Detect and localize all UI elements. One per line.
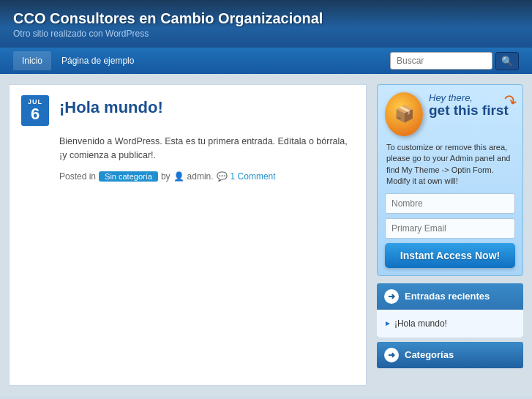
widget-arrow-icon-cat: ➜ [384, 348, 399, 362]
optin-widget: 📦 Hey there, get this first ↷ To customi… [377, 84, 523, 276]
comment-icon: 💬 [217, 171, 228, 182]
optin-email-input[interactable] [385, 218, 515, 239]
search-input[interactable] [390, 52, 492, 70]
site-title: CCO Consultores en Cambio Organizacional [13, 10, 519, 27]
site-header: CCO Consultores en Cambio Organizacional… [0, 0, 532, 48]
search-area: 🔍 [390, 52, 519, 70]
nav-item-pagina[interactable]: Página de ejemplo [53, 51, 143, 70]
list-item: ► ¡Hola mundo! [384, 316, 516, 332]
optin-name-input[interactable] [385, 193, 515, 214]
optin-submit-button[interactable]: Instant Access Now! [385, 243, 515, 268]
widget-body-recent: ► ¡Hola mundo! [377, 310, 523, 338]
meta-by: by [161, 171, 171, 182]
sidebar-widget-recent-posts: ➜ Entradas recientes ► ¡Hola mundo! [377, 283, 523, 338]
content-area: JUL 6 ¡Hola mundo! Bienvenido a WordPres… [9, 84, 367, 386]
sidebar-widget-categories: ➜ Categorías [377, 342, 523, 368]
bullet-icon: ► [384, 319, 391, 327]
optin-top: 📦 Hey there, get this first ↷ [385, 92, 515, 136]
post-header: JUL 6 ¡Hola mundo! [10, 85, 366, 126]
main-wrapper: JUL 6 ¡Hola mundo! Bienvenido a WordPres… [0, 74, 532, 396]
post-date-day: 6 [27, 105, 43, 123]
optin-description: To customize or remove this area, please… [385, 142, 515, 187]
site-subtitle: Otro sitio realizado con WordPress [13, 29, 519, 39]
sidebar: 📦 Hey there, get this first ↷ To customi… [377, 84, 523, 386]
post-title: ¡Hola mundo! [59, 98, 163, 117]
widget-title-bar-recent: ➜ Entradas recientes [377, 283, 523, 310]
widget-title-categories: Categorías [405, 349, 454, 360]
search-button[interactable]: 🔍 [495, 52, 519, 70]
post-date-box: JUL 6 [21, 95, 49, 126]
comment-link[interactable]: 1 Comment [231, 171, 276, 182]
nav-links: Inicio Página de ejemplo [13, 51, 143, 70]
meta-prefix: Posted in [59, 171, 96, 182]
nav-item-inicio[interactable]: Inicio [13, 51, 51, 70]
widget-title-recent: Entradas recientes [405, 291, 490, 302]
widget-arrow-icon: ➜ [384, 289, 399, 304]
recent-post-link[interactable]: ¡Hola mundo! [394, 318, 447, 329]
post-meta: Posted in Sin categoría by 👤 admin. 💬 1 … [10, 168, 366, 193]
widget-title-bar-categories: ➜ Categorías [377, 342, 523, 368]
author-icon: 👤 [173, 171, 184, 182]
author-name: admin. [187, 171, 214, 182]
navbar: Inicio Página de ejemplo 🔍 [0, 48, 532, 74]
category-tag[interactable]: Sin categoría [99, 171, 158, 182]
post-body: Bienvenido a WordPress. Esta es tu prime… [10, 126, 366, 168]
optin-image: 📦 [385, 92, 423, 136]
